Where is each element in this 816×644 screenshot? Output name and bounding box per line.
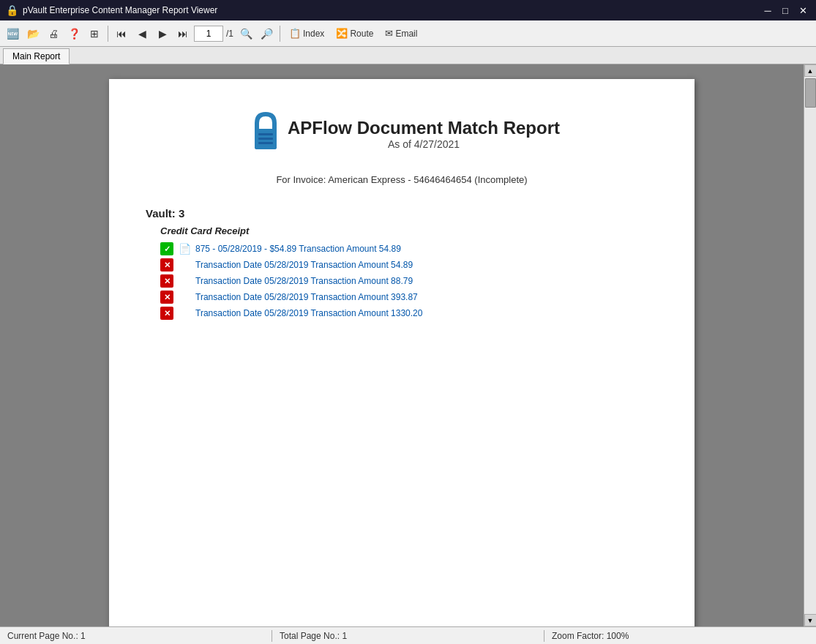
status-total-pages: Total Page No.: 1 <box>280 631 536 641</box>
email-button[interactable]: ✉ Email <box>380 24 422 43</box>
main-area: APFlow Document Match Report As of 4/27/… <box>0 64 816 626</box>
svg-rect-2 <box>258 133 273 135</box>
report-subtitle: As of 4/27/2021 <box>288 138 560 150</box>
toolbar-separator-1 <box>108 26 108 42</box>
x-icon-3: ✕ <box>160 291 173 304</box>
status-zoom: Zoom Factor: 100% <box>552 631 809 641</box>
doc-icon-0: 📄 <box>178 242 191 255</box>
first-page-button[interactable]: ⏮ <box>112 24 131 43</box>
report-invoice: For Invoice: American Express - 54646464… <box>146 174 658 185</box>
vertical-scrollbar[interactable]: ▲ ▼ <box>804 64 816 626</box>
email-icon: ✉ <box>385 28 393 39</box>
route-label: Route <box>350 29 373 39</box>
category-title: Credit Card Receipt <box>160 225 658 236</box>
toolbar: 🆕 📂 🖨 ❓ ⊞ ⏮ ◀ ▶ ⏭ /1 🔍 🔎 📋 Index 🔀 Route… <box>0 20 816 47</box>
record-text-4: Transaction Date 05/28/2019 Transaction … <box>195 308 422 318</box>
invoice-text: For Invoice: American Express - 54646464… <box>276 174 527 185</box>
current-page-label: Current Page No.: 1 <box>7 631 86 641</box>
print-button[interactable]: 🖨 <box>44 24 63 43</box>
zoom-label: Zoom Factor: 100% <box>552 631 629 641</box>
title-bar-controls: ─ □ ✕ <box>760 3 810 18</box>
index-button[interactable]: 📋 Index <box>284 24 329 43</box>
record-text-3: Transaction Date 05/28/2019 Transaction … <box>195 292 418 302</box>
maximize-button[interactable]: □ <box>778 3 793 18</box>
email-label: Email <box>395 29 417 39</box>
record-text-1: Transaction Date 05/28/2019 Transaction … <box>195 260 413 270</box>
scroll-down-button[interactable]: ▼ <box>804 614 817 626</box>
title-bar-left: 🔒 pVault Enterprise Content Manager Repo… <box>6 4 217 16</box>
title-bar: 🔒 pVault Enterprise Content Manager Repo… <box>0 0 816 20</box>
svg-rect-4 <box>258 142 273 144</box>
route-button[interactable]: 🔀 Route <box>331 24 378 43</box>
record-row: ✕ Transaction Date 05/28/2019 Transactio… <box>160 307 658 320</box>
tab-main-report[interactable]: Main Report <box>3 48 70 64</box>
last-page-button[interactable]: ⏭ <box>173 24 192 43</box>
status-bar: Current Page No.: 1 Total Page No.: 1 Zo… <box>0 626 816 644</box>
zoom-button[interactable]: 🔎 <box>257 24 276 43</box>
record-text-0: 875 - 05/28/2019 - $54.89 Transaction Am… <box>195 244 401 254</box>
layout-button[interactable]: ⊞ <box>85 24 104 43</box>
vault-section: Vault: 3 Credit Card Receipt ✓ 📄 875 - 0… <box>146 207 658 320</box>
minimize-button[interactable]: ─ <box>760 3 775 18</box>
report-page: APFlow Document Match Report As of 4/27/… <box>109 79 695 626</box>
report-title-block: APFlow Document Match Report As of 4/27/… <box>288 118 560 150</box>
record-row: ✕ Transaction Date 05/28/2019 Transactio… <box>160 274 658 288</box>
search-button[interactable]: 🔍 <box>236 24 255 43</box>
svg-rect-3 <box>258 138 273 140</box>
record-row: ✓ 📄 875 - 05/28/2019 - $54.89 Transactio… <box>160 242 658 255</box>
vault-title: Vault: 3 <box>146 207 658 220</box>
report-header: APFlow Document Match Report As of 4/27/… <box>146 108 658 160</box>
x-icon-4: ✕ <box>160 307 173 320</box>
status-divider-2 <box>544 630 544 642</box>
page-number-input[interactable] <box>194 26 223 42</box>
scroll-thumb[interactable] <box>805 78 816 108</box>
page-total: /1 <box>226 29 233 39</box>
close-button[interactable]: ✕ <box>796 3 810 18</box>
check-icon-0: ✓ <box>160 242 173 255</box>
report-title: APFlow Document Match Report <box>288 118 560 138</box>
route-icon: 🔀 <box>336 28 348 39</box>
index-label: Index <box>303 29 324 39</box>
prev-page-button[interactable]: ◀ <box>132 24 151 43</box>
scroll-up-button[interactable]: ▲ <box>804 64 817 77</box>
x-icon-2: ✕ <box>160 274 173 288</box>
scroll-track[interactable] <box>804 77 816 614</box>
tab-main-report-label: Main Report <box>12 51 60 61</box>
tab-bar: Main Report <box>0 47 816 64</box>
record-text-2: Transaction Date 05/28/2019 Transaction … <box>195 276 413 286</box>
status-current-page: Current Page No.: 1 <box>7 631 264 641</box>
x-icon-1: ✕ <box>160 258 173 272</box>
next-page-button[interactable]: ▶ <box>153 24 172 43</box>
app-title: pVault Enterprise Content Manager Report… <box>23 5 217 15</box>
new-button[interactable]: 🆕 <box>3 24 22 43</box>
scroll-area[interactable]: APFlow Document Match Report As of 4/27/… <box>0 64 804 626</box>
total-pages-label: Total Page No.: 1 <box>280 631 347 641</box>
toolbar-separator-2 <box>280 26 280 42</box>
index-icon: 📋 <box>289 28 301 39</box>
records-list: ✓ 📄 875 - 05/28/2019 - $54.89 Transactio… <box>160 242 658 320</box>
record-row: ✕ Transaction Date 05/28/2019 Transactio… <box>160 291 658 304</box>
app-icon: 🔒 <box>6 4 18 16</box>
open-button[interactable]: 📂 <box>23 24 42 43</box>
help-button[interactable]: ❓ <box>64 24 83 43</box>
record-row: ✕ Transaction Date 05/28/2019 Transactio… <box>160 258 658 272</box>
report-logo <box>244 108 288 160</box>
status-divider-1 <box>272 630 272 642</box>
